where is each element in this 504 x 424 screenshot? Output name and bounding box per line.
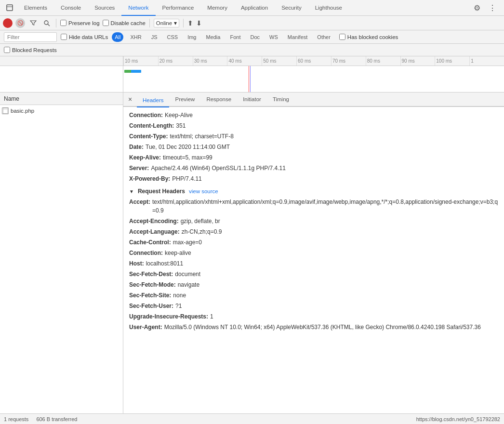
file-row-basic-php[interactable]: basic.php [0, 105, 123, 117]
filter-type-media[interactable]: Media [203, 32, 223, 42]
req-header-value-cache-control: max-age=0 [173, 238, 202, 247]
preserve-log-label[interactable]: Preserve log [60, 20, 100, 26]
req-header-name-accept-encoding: Accept-Encoding: [129, 217, 179, 225]
filter-bar: Hide data URLs All XHR JS CSS Img Media … [0, 30, 504, 44]
req-header-sec-fetch-user: Sec-Fetch-User: ?1 [129, 301, 498, 311]
mark-extra: 1 [469, 56, 504, 66]
req-header-value-user-agent: Mozilla/5.0 (Windows NT 10.0; Win64; x64… [164, 323, 481, 331]
name-column-header: Name [0, 93, 123, 105]
has-blocked-cookies-checkbox[interactable] [339, 34, 345, 40]
stop-button[interactable]: 🚫 [15, 18, 25, 28]
header-name-content-length: Content-Length: [129, 121, 174, 130]
filter-type-all[interactable]: All [112, 32, 123, 42]
tab-headers[interactable]: Headers [137, 93, 169, 107]
filter-type-xhr[interactable]: XHR [127, 32, 144, 42]
header-value-content-type: text/html; charset=UTF-8 [170, 132, 233, 141]
filter-icon [30, 20, 37, 26]
disable-cache-label[interactable]: Disable cache [103, 20, 146, 26]
search-icon [43, 20, 50, 26]
req-header-value-connection: keep-alive [165, 249, 191, 257]
has-blocked-cookies-text: Has blocked cookies [347, 34, 398, 40]
network-toolbar: 🚫 Preserve log Disable cache Online ▾ ⬆ … [0, 16, 504, 30]
filter-type-font[interactable]: Font [227, 32, 243, 42]
import-icon[interactable]: ⬆ [187, 19, 193, 27]
timeline-marker-blue [250, 66, 251, 92]
tab-lighthouse[interactable]: Lighthouse [308, 0, 349, 16]
toolbar-divider-2 [149, 19, 150, 27]
tab-response[interactable]: Response [200, 93, 237, 106]
settings-icon[interactable]: ⚙ [471, 2, 483, 13]
has-blocked-cookies-label[interactable]: Has blocked cookies [339, 34, 398, 40]
header-name-date: Date: [129, 143, 144, 151]
throttle-select[interactable]: Online ▾ [154, 19, 179, 27]
timeline-left-spacer [0, 56, 123, 66]
svg-rect-4 [3, 108, 8, 114]
filter-type-css[interactable]: CSS [164, 32, 181, 42]
hide-data-urls-label[interactable]: Hide data URLs [61, 34, 108, 40]
hide-data-urls-checkbox[interactable] [61, 34, 67, 40]
toolbar-divider-3 [183, 19, 184, 27]
devtools-window: Elements Console Sources Network Perform… [0, 0, 504, 424]
req-header-name-sec-fetch-user: Sec-Fetch-User: [129, 302, 173, 310]
filter-type-doc[interactable]: Doc [247, 32, 263, 42]
hide-data-urls-text: Hide data URLs [69, 34, 108, 40]
export-icon[interactable]: ⬇ [196, 19, 202, 27]
tab-performance[interactable]: Performance [156, 0, 201, 16]
blocked-requests-checkbox[interactable] [4, 47, 10, 53]
content-area: Name basic.php × Headers Preview Respons… [0, 93, 504, 413]
disable-cache-checkbox[interactable] [103, 20, 109, 26]
close-panel-button[interactable]: × [125, 94, 135, 104]
filter-input[interactable] [4, 32, 57, 42]
req-header-accept: Accept: text/html,application/xhtml+xml,… [129, 197, 498, 216]
mark-60ms: 60 ms [296, 56, 331, 66]
filter-type-ws[interactable]: WS [266, 32, 281, 42]
bytes-transferred: 606 B transferred [36, 416, 77, 422]
disable-cache-text: Disable cache [111, 20, 146, 26]
tab-initiator[interactable]: Initiator [237, 93, 267, 106]
req-header-name-connection: Connection: [129, 249, 163, 257]
header-name-x-powered-by: X-Powered-By: [129, 174, 170, 183]
search-icon-button[interactable] [41, 19, 52, 27]
record-button[interactable] [3, 18, 13, 28]
devtools-tab-bar: Elements Console Sources Network Perform… [0, 0, 504, 16]
header-row-server: Server: Apache/2.4.46 (Win64) OpenSSL/1.… [129, 163, 498, 173]
chevron-down-icon: ▾ [174, 20, 177, 26]
header-row-x-powered-by: X-Powered-By: PHP/7.4.11 [129, 173, 498, 184]
req-header-upgrade-insecure-requests: Upgrade-Insecure-Requests: 1 [129, 311, 498, 322]
mark-50ms: 50 ms [262, 56, 296, 66]
tab-memory[interactable]: Memory [200, 0, 234, 16]
req-header-value-sec-fetch-dest: document [175, 270, 200, 278]
mark-90ms: 90 ms [400, 56, 435, 66]
req-header-name-cache-control: Cache-Control: [129, 238, 171, 247]
header-value-date: Tue, 01 Dec 2020 11:14:00 GMT [146, 143, 230, 151]
tab-elements[interactable]: Elements [17, 0, 54, 16]
filter-type-other[interactable]: Other [314, 32, 333, 42]
tab-elements-icon[interactable] [2, 0, 17, 16]
status-bar: 1 requests 606 B transferred https://blo… [0, 413, 504, 424]
req-header-name-sec-fetch-site: Sec-Fetch-Site: [129, 291, 171, 300]
header-value-x-powered-by: PHP/7.4.11 [172, 174, 201, 183]
tab-network[interactable]: Network [121, 0, 155, 16]
more-options-icon[interactable]: ⋮ [487, 2, 498, 13]
tab-sources[interactable]: Sources [88, 0, 121, 16]
tab-preview[interactable]: Preview [169, 93, 200, 106]
blocked-requests-label[interactable]: Blocked Requests [4, 47, 57, 53]
filter-type-js[interactable]: JS [148, 32, 160, 42]
filter-icon-button[interactable] [28, 19, 39, 27]
filter-type-manifest[interactable]: Manifest [285, 32, 311, 42]
tab-timing[interactable]: Timing [267, 93, 295, 106]
req-header-sec-fetch-dest: Sec-Fetch-Dest: document [129, 269, 498, 279]
request-view-source-link[interactable]: view source [189, 188, 218, 194]
filter-type-img[interactable]: Img [185, 32, 199, 42]
header-row-date: Date: Tue, 01 Dec 2020 11:14:00 GMT [129, 142, 498, 152]
tab-security[interactable]: Security [275, 0, 308, 16]
req-header-value-sec-fetch-site: none [173, 291, 186, 300]
tab-application[interactable]: Application [234, 0, 275, 16]
preserve-log-checkbox[interactable] [60, 20, 66, 26]
req-header-name-upgrade-insecure: Upgrade-Insecure-Requests: [129, 312, 208, 321]
req-header-name-user-agent: User-Agent: [129, 323, 162, 331]
blocked-requests-text: Blocked Requests [12, 47, 57, 53]
tab-console[interactable]: Console [54, 0, 88, 16]
req-header-connection: Connection: keep-alive [129, 248, 498, 258]
right-panel: × Headers Preview Response Initiator Tim… [123, 93, 504, 413]
